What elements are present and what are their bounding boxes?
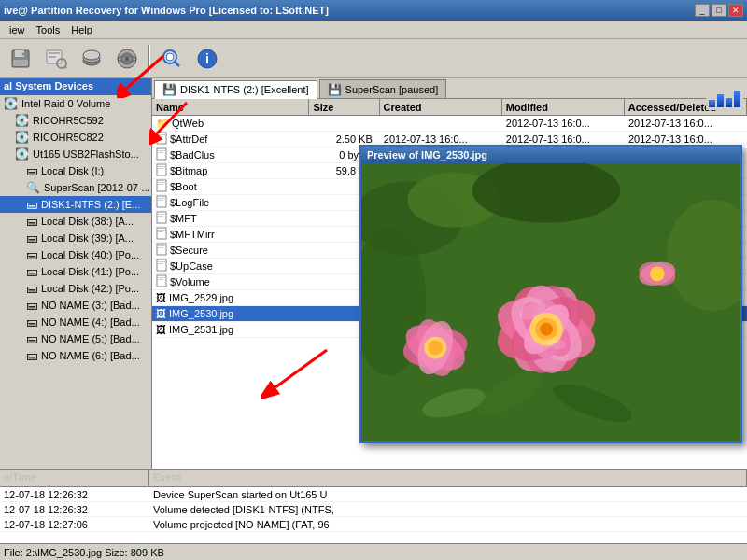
file-icon-13: 🖼: [156, 324, 166, 335]
col-header-modified[interactable]: Modified: [502, 99, 625, 115]
device-tree-item-10[interactable]: 🖴Local Disk (41:) [Po...: [0, 263, 151, 280]
device-tree: 💽Intel Raid 0 Volume💽RICOHR5C592💽RICOHR5…: [0, 95, 151, 504]
file-icon-6: [156, 211, 167, 226]
toolbar-info-btn[interactable]: i: [190, 43, 224, 75]
device-icon-12: 🖴: [26, 299, 37, 312]
col-header-created[interactable]: Created: [380, 99, 502, 115]
maximize-button[interactable]: □: [712, 4, 726, 17]
file-name-9: $UpCase: [152, 259, 309, 273]
svg-rect-25: [158, 150, 165, 151]
svg-rect-49: [158, 277, 165, 278]
tab-0[interactable]: 💾DISK1-NTFS (2:) [Excellent]: [154, 80, 317, 99]
log-time-1: 12-07-18 12:26:32: [0, 504, 149, 515]
svg-rect-6: [49, 56, 56, 58]
preview-panel: Preview of IMG_2530.jpg: [359, 145, 742, 443]
log-row-2: 12-07-18 12:27:06Volume projected [NO NA…: [0, 517, 747, 532]
device-tree-item-9[interactable]: 🖴Local Disk (40:) [Po...: [0, 246, 151, 263]
file-accessed-1: 2012-07-13 16:0...: [625, 133, 747, 145]
file-icon-2: [156, 147, 167, 162]
svg-rect-38: [158, 216, 163, 217]
svg-point-3: [22, 52, 25, 55]
menu-view[interactable]: iew: [4, 22, 31, 37]
device-tree-item-5[interactable]: 🔍SuperScan [2012-07-...: [0, 179, 151, 196]
device-tree-item-14[interactable]: 🖴NO NAME (5:) [Bad...: [0, 330, 151, 347]
device-icon-3: 💽: [15, 147, 29, 161]
window-controls: _ □ ✕: [695, 4, 743, 17]
file-icon-8: [156, 243, 167, 258]
log-row-0: 12-07-18 12:26:32Device SuperScan starte…: [0, 487, 747, 502]
menu-help[interactable]: Help: [65, 22, 98, 37]
device-label-6: DISK1-NTFS (2:) [E...: [41, 199, 140, 210]
file-name-8: $Secure: [152, 243, 309, 258]
svg-point-11: [83, 50, 100, 60]
device-icon-0: 💽: [4, 97, 18, 110]
device-label-7: Local Disk (38:) [A...: [41, 216, 134, 227]
device-tree-item-13[interactable]: 🖴NO NAME (4:) [Bad...: [0, 314, 151, 330]
svg-rect-41: [158, 231, 163, 232]
device-tree-item-1[interactable]: 💽RICOHR5C592: [0, 112, 151, 129]
close-button[interactable]: ✕: [728, 4, 743, 17]
toolbar-btn-1[interactable]: [39, 43, 73, 75]
svg-point-72: [540, 323, 553, 336]
stats-icon[interactable]: [706, 78, 743, 110]
device-icon-15: 🖴: [26, 349, 37, 362]
svg-rect-23: [158, 136, 163, 137]
device-icon-1: 💽: [15, 114, 29, 127]
file-name-12: 🖼IMG_2530.jpg: [152, 308, 309, 319]
file-name-1: $AttrDef: [152, 132, 309, 147]
file-modified-1: 2012-07-13 16:0...: [502, 133, 625, 145]
device-tree-item-11[interactable]: 🖴Local Disk (42:) [Po...: [0, 280, 151, 297]
device-icon-14: 🖴: [26, 332, 37, 345]
device-label-8: Local Disk (39:) [A...: [41, 232, 134, 244]
file-icon-12: 🖼: [156, 308, 166, 319]
svg-rect-40: [158, 230, 165, 231]
toolbar-search-btn[interactable]: [155, 43, 189, 75]
col-header-name[interactable]: Name: [152, 99, 309, 115]
status-bar: File: 2:\IMG_2530.jpg Size: 809 KB: [0, 543, 747, 560]
svg-rect-24: [157, 148, 166, 160]
device-label-3: Ut165 USB2FlashSto...: [33, 148, 139, 160]
file-name-10: $Volume: [152, 274, 309, 289]
tab-icon-1: 💾: [328, 83, 342, 96]
toolbar-btn-2[interactable]: [75, 43, 108, 75]
log-panel: e/Time Event 12-07-18 12:26:32Device Sup…: [0, 469, 747, 543]
file-name-5: $LogFile: [152, 195, 309, 210]
file-row-0[interactable]: 📁QtWeb2012-07-13 16:0...2012-07-13 16:0.…: [152, 116, 747, 132]
file-icon-4: [156, 179, 167, 194]
device-icon-7: 🖴: [26, 215, 37, 228]
device-tree-item-7[interactable]: 🖴Local Disk (38:) [A...: [0, 213, 151, 230]
file-list-header: Name Size Created Modified Accessed/Dele…: [152, 99, 747, 116]
device-tree-item-6[interactable]: 🖴DISK1-NTFS (2:) [E...: [0, 196, 151, 213]
device-label-12: NO NAME (3:) [Bad...: [41, 300, 140, 311]
device-tree-item-2[interactable]: 💽RICOHR5C822: [0, 129, 151, 146]
device-tree-item-3[interactable]: 💽Ut165 USB2FlashSto...: [0, 146, 151, 162]
toolbar-btn-0[interactable]: [4, 43, 37, 75]
svg-point-17: [166, 53, 174, 61]
file-name-6: $MFT: [152, 211, 309, 226]
device-tree-item-0[interactable]: 💽Intel Raid 0 Volume: [0, 95, 151, 112]
file-name-11: 🖼IMG_2529.jpg: [152, 292, 309, 303]
tab-label-0: DISK1-NTFS (2:) [Excellent]: [180, 84, 309, 95]
log-row-1: 12-07-18 12:26:32Volume detected [DISK1-…: [0, 502, 747, 517]
col-header-size[interactable]: Size: [309, 99, 379, 115]
menu-tools[interactable]: Tools: [31, 22, 66, 37]
device-tree-item-8[interactable]: 🖴Local Disk (39:) [A...: [0, 230, 151, 246]
minimize-button[interactable]: _: [695, 4, 710, 17]
toolbar-btn-3[interactable]: [110, 43, 144, 75]
file-icon-7: [156, 227, 167, 242]
file-icon-9: [156, 259, 167, 273]
window-title: ive@ Partition Recovery for Windows Pro …: [4, 5, 329, 16]
file-name-13: 🖼IMG_2531.jpg: [152, 324, 309, 335]
tab-label-1: SuperScan [paused]: [345, 84, 439, 95]
svg-rect-29: [158, 168, 163, 169]
device-tree-item-4[interactable]: 🖴Local Disk (I:): [0, 162, 151, 179]
svg-rect-39: [157, 228, 166, 239]
device-icon-2: 💽: [15, 131, 29, 144]
log-event-0: Device SuperScan started on Ut165 U: [149, 489, 747, 500]
left-panel-header: al System Devices: [0, 78, 151, 95]
device-tree-item-15[interactable]: 🖴NO NAME (6:) [Bad...: [0, 347, 151, 364]
device-tree-item-12[interactable]: 🖴NO NAME (3:) [Bad...: [0, 297, 151, 314]
tab-1[interactable]: 💾SuperScan [paused]: [319, 79, 447, 98]
file-name-7: $MFTMirr: [152, 227, 309, 242]
file-created-1: 2012-07-13 16:0...: [380, 133, 502, 145]
